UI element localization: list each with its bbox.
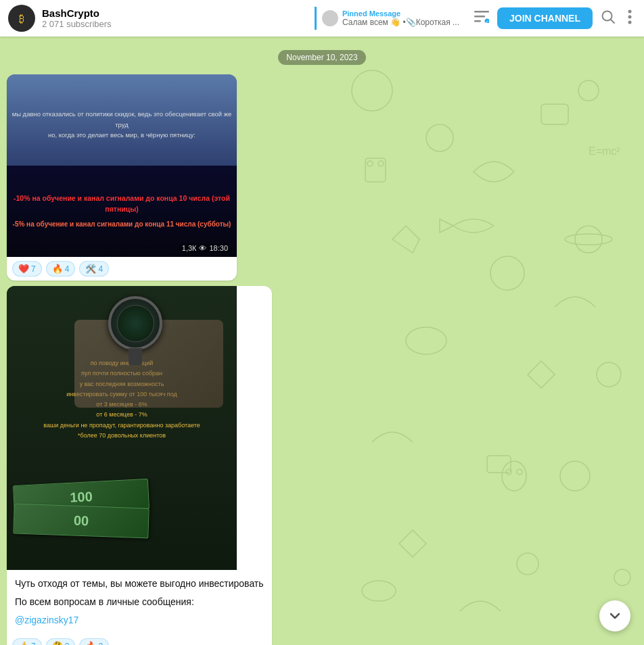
eye-icon-1: 👁 <box>199 244 206 252</box>
post1-reactions: ❤️ 7 🔥 4 🛠️ 4 <box>7 257 237 281</box>
svg-point-9 <box>628 9 632 13</box>
channel-name: BashCrypto <box>42 7 309 19</box>
svg-text:₿: ₿ <box>19 13 24 24</box>
reaction-thinking[interactable]: 🤔 3 <box>46 638 76 645</box>
post1-image: мы давно отказались от политики скидок, … <box>7 74 237 257</box>
header-actions: ✓ JOIN CHANNEL <box>470 5 636 32</box>
date-separator: November 10, 2023 <box>7 50 637 65</box>
message-container-2: 100 00 по поводу инвестиций пул почти по… <box>7 286 325 645</box>
date-badge: November 10, 2023 <box>278 50 365 65</box>
post1-views: 1,3К <box>182 244 197 252</box>
pinned-content: Pinned Message Салам всем 👋 •📎Короткая .… <box>342 9 459 27</box>
pinned-text: Салам всем 👋 •📎Короткая ... <box>342 18 459 27</box>
pinned-avatar <box>322 10 338 26</box>
reaction-tool[interactable]: 🛠️ 4 <box>79 261 109 277</box>
pinned-label: Pinned Message <box>342 9 459 18</box>
chat-area: E=mc² November 10, 2023 мы давно отказал… <box>0 37 644 645</box>
reaction-heart[interactable]: ❤️ 7 <box>12 261 42 277</box>
channel-info[interactable]: BashCrypto 2 071 subscribers <box>42 7 309 29</box>
svg-text:✓: ✓ <box>485 20 489 23</box>
pinned-message-bar[interactable]: Pinned Message Салам всем 👋 •📎Короткая .… <box>315 7 465 30</box>
message-bubble-2: 100 00 по поводу инвестиций пул почти по… <box>7 286 272 645</box>
svg-rect-3 <box>474 16 485 18</box>
post2-text-body: Чуть отходя от темы, вы можете выгодно и… <box>7 570 272 634</box>
reaction-fire-1[interactable]: 🔥 4 <box>46 261 76 277</box>
post2-body-text1: Чуть отходя от темы, вы можете выгодно и… <box>15 577 264 591</box>
channel-avatar[interactable]: ₿ <box>8 5 35 32</box>
svg-rect-4 <box>474 20 481 22</box>
post2-image: 100 00 по поводу инвестиций пул почти по… <box>7 286 237 570</box>
post2-link[interactable]: @zigazinsky17 <box>15 613 264 627</box>
search-button[interactable] <box>597 5 620 32</box>
post2-reactions: 👍 7 🤔 3 🔥 2 <box>7 634 272 645</box>
post1-red-text1: -10% на обучение и канал сигналами до ко… <box>10 193 233 215</box>
join-channel-button[interactable]: JOIN CHANNEL <box>497 7 593 29</box>
post1-time: 18:30 <box>209 244 228 252</box>
post1-normal-text: мы давно отказались от политики скидок, … <box>9 109 234 140</box>
more-menu-button[interactable] <box>624 5 636 32</box>
svg-rect-2 <box>474 11 489 13</box>
post1-red-text2: -5% на обучение и канал сигналами до кон… <box>13 219 231 229</box>
svg-point-11 <box>628 20 632 24</box>
channel-header: ₿ BashCrypto 2 071 subscribers Pinned Me… <box>0 0 644 37</box>
svg-point-10 <box>628 15 632 18</box>
reaction-thumbsup[interactable]: 👍 7 <box>12 638 42 645</box>
channel-subscribers: 2 071 subscribers <box>42 19 309 29</box>
sort-icon-button[interactable]: ✓ <box>470 7 493 30</box>
message-bubble-1: мы давно отказались от политики скидок, … <box>7 74 237 281</box>
reaction-fire-2[interactable]: 🔥 2 <box>79 638 109 645</box>
post1-meta: 1,3К 👁 18:30 <box>179 243 231 253</box>
post2-body-text2: По всем вопросам в личные сообщения: <box>15 595 264 609</box>
telegram-link[interactable]: @zigazinsky17 <box>15 615 78 625</box>
svg-line-8 <box>611 19 615 23</box>
message-container-1: мы давно отказались от политики скидок, … <box>7 74 325 281</box>
chat-content: November 10, 2023 мы давно отказались от… <box>0 37 644 645</box>
